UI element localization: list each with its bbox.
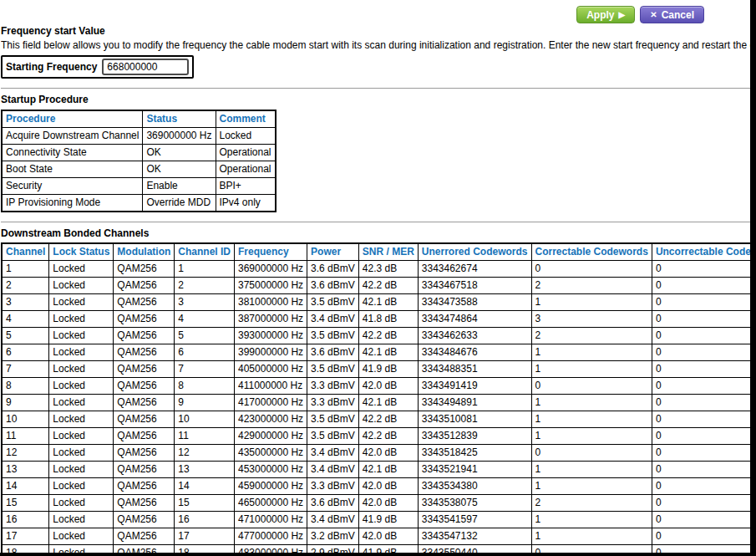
table-cell: 8 (2, 378, 49, 395)
table-cell: 3.5 dBmV (307, 328, 359, 344)
table-row: 9LockedQAM2569417000000 Hz3.3 dBmV42.1 d… (2, 395, 756, 411)
table-cell: 1 (531, 395, 652, 411)
table-cell: 3343488351 (418, 361, 531, 378)
table-cell: 0 (652, 445, 756, 462)
table-cell: 3343541597 (418, 512, 531, 528)
table-cell: 6 (2, 344, 49, 361)
table-cell: QAM256 (114, 462, 175, 478)
table-cell: 3343494891 (418, 395, 531, 411)
table-cell: 2 (531, 328, 652, 344)
table-cell: Acquire Downstream Channel (2, 128, 143, 145)
table-cell: Locked (49, 428, 114, 445)
table-cell: 3.3 dBmV (307, 478, 359, 495)
table-cell: 42.1 dB (358, 344, 418, 361)
table-cell: 5 (2, 328, 49, 344)
table-cell: 423000000 Hz (235, 411, 307, 428)
table-cell: 3343512839 (418, 428, 531, 445)
table-cell: Locked (49, 478, 114, 495)
table-cell: 3.6 dBmV (307, 495, 359, 512)
column-header: Procedure (2, 110, 143, 128)
table-cell: 8 (175, 378, 235, 395)
table-cell: 0 (531, 261, 652, 278)
cancel-button-label: Cancel (662, 9, 694, 21)
table-cell: 42.1 dB (358, 294, 418, 311)
table-cell: 1 (531, 361, 652, 378)
table-cell: 15 (2, 495, 49, 512)
table-cell: 1 (531, 528, 652, 545)
table-cell: 42.0 dB (358, 378, 418, 395)
table-cell: 477000000 Hz (235, 528, 307, 545)
table-cell: 0 (652, 344, 756, 361)
table-cell: 0 (652, 294, 756, 311)
table-row: 14LockedQAM25614459000000 Hz3.3 dBmV42.0… (2, 478, 756, 495)
frequency-section-title: Frequency start Value (1, 25, 756, 37)
column-header: Uncorrectable Codewords (652, 243, 756, 261)
table-cell: 42.1 dB (358, 462, 418, 478)
table-cell: Locked (49, 311, 114, 328)
starting-frequency-box: Starting Frequency (1, 55, 194, 79)
table-cell: 42.2 dB (358, 278, 418, 294)
table-row: 16LockedQAM25616471000000 Hz3.4 dBmV41.9… (2, 512, 756, 528)
table-row: 1LockedQAM2561369000000 Hz3.6 dBmV42.3 d… (2, 261, 756, 278)
table-cell: 9 (2, 395, 49, 411)
table-cell: 369000000 Hz (143, 128, 216, 145)
table-cell: 42.0 dB (358, 445, 418, 462)
table-row: Acquire Downstream Channel369000000 HzLo… (2, 128, 276, 145)
table-cell: 1 (531, 512, 652, 528)
frame-edge-bottom (0, 553, 756, 556)
table-header-row: ChannelLock StatusModulationChannel IDFr… (2, 243, 756, 261)
table-cell: 41.9 dB (358, 361, 418, 378)
table-cell: 42.3 dB (358, 261, 418, 278)
table-cell: 3343491419 (418, 378, 531, 395)
table-cell: 3343467518 (418, 278, 531, 294)
table-cell: 3343484676 (418, 344, 531, 361)
table-cell: 3.4 dBmV (307, 512, 359, 528)
table-cell: 3.3 dBmV (307, 395, 359, 411)
table-cell: 3343462633 (418, 328, 531, 344)
table-cell: 0 (652, 395, 756, 411)
table-cell: 11 (2, 428, 49, 445)
table-cell: 41.9 dB (358, 512, 418, 528)
startup-procedure-table: ProcedureStatusComment Acquire Downstrea… (1, 110, 277, 212)
table-cell: 399000000 Hz (235, 344, 307, 361)
table-cell: 6 (175, 344, 235, 361)
table-cell: 3.3 dBmV (307, 378, 359, 395)
table-cell: 42.0 dB (358, 528, 418, 545)
section-divider (1, 88, 756, 89)
column-header: Lock Status (49, 243, 114, 261)
table-row: 10LockedQAM25610423000000 Hz3.5 dBmV42.2… (2, 411, 756, 428)
cancel-button[interactable]: ✕ Cancel (640, 6, 704, 23)
starting-frequency-input[interactable] (102, 59, 189, 75)
table-cell: Locked (49, 445, 114, 462)
apply-button-label: Apply (586, 9, 614, 21)
table-cell: 3 (2, 294, 49, 311)
table-cell: 3343474864 (418, 311, 531, 328)
table-cell: 3.5 dBmV (307, 294, 359, 311)
table-cell: Boot State (2, 161, 143, 178)
table-row: 11LockedQAM25611429000000 Hz3.5 dBmV42.2… (2, 428, 756, 445)
table-cell: 2 (2, 278, 49, 294)
table-cell: 4 (2, 311, 49, 328)
table-cell: QAM256 (114, 261, 175, 278)
table-row: SecurityEnableBPI+ (2, 178, 276, 195)
startup-procedure-table-body: Acquire Downstream Channel369000000 HzLo… (2, 128, 276, 212)
startup-procedure-title: Startup Procedure (1, 94, 756, 105)
table-cell: 10 (2, 411, 49, 428)
table-cell: 0 (652, 528, 756, 545)
table-cell: 11 (175, 428, 235, 445)
table-cell: 14 (2, 478, 49, 495)
table-cell: 435000000 Hz (235, 445, 307, 462)
table-cell: 3343521941 (418, 462, 531, 478)
column-header: Channel (2, 243, 49, 261)
column-header: Modulation (114, 243, 175, 261)
apply-button[interactable]: Apply ▶ (576, 6, 635, 23)
table-cell: Locked (49, 395, 114, 411)
table-row: Connectivity StateOKOperational (2, 145, 276, 161)
table-cell: 2 (531, 278, 652, 294)
frame-edge-right (750, 0, 756, 556)
table-cell: QAM256 (114, 361, 175, 378)
table-cell: 0 (652, 311, 756, 328)
table-cell: 0 (652, 378, 756, 395)
table-cell: Connectivity State (2, 145, 143, 161)
table-row: 12LockedQAM25612435000000 Hz3.4 dBmV42.0… (2, 445, 756, 462)
